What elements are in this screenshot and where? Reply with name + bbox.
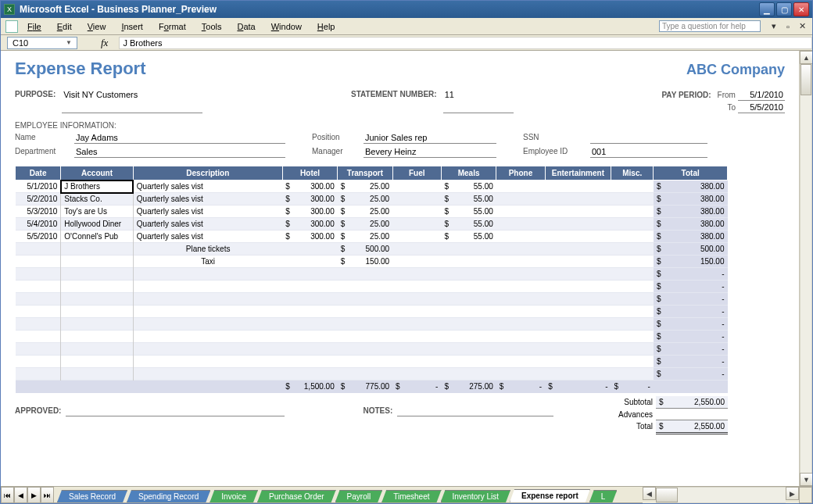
cell[interactable] <box>282 356 337 368</box>
table-row[interactable]: Taxi$150.00$150.00 <box>16 256 728 268</box>
cell[interactable] <box>496 343 545 356</box>
cell[interactable] <box>441 356 496 368</box>
cell[interactable] <box>545 181 611 193</box>
cell[interactable] <box>282 281 337 293</box>
cell[interactable] <box>16 293 61 306</box>
cell[interactable]: $300.00 <box>282 218 337 231</box>
cell[interactable] <box>441 331 496 343</box>
help-search-input[interactable]: Type a question for help <box>659 20 761 32</box>
cell[interactable] <box>16 356 61 368</box>
cell[interactable] <box>16 243 61 256</box>
cell[interactable] <box>496 281 545 293</box>
table-row[interactable]: 5/4/2010Hollywood DinerQuarterly sales v… <box>16 218 728 231</box>
sheet-tab-expense-report[interactable]: Expense report <box>510 489 590 502</box>
cell[interactable]: $300.00 <box>282 181 337 193</box>
cell[interactable]: $55.00 <box>441 193 496 206</box>
cell[interactable] <box>392 331 441 343</box>
cell[interactable]: $25.00 <box>338 193 392 206</box>
cell[interactable]: $300.00 <box>282 231 337 243</box>
cell[interactable] <box>16 281 61 293</box>
tab-nav-last[interactable]: ⏭ <box>41 487 54 503</box>
cell[interactable] <box>611 331 654 343</box>
table-row[interactable]: $- <box>16 356 728 368</box>
cell[interactable] <box>61 268 134 281</box>
cell[interactable] <box>441 306 496 318</box>
tab-nav-prev[interactable]: ◀ <box>14 487 27 503</box>
fx-icon[interactable]: fx <box>101 37 108 49</box>
name-value[interactable]: Jay Adams <box>74 133 285 144</box>
doc-minimize-button[interactable]: ▾ <box>768 21 779 32</box>
cell[interactable]: J Brothers <box>61 181 134 193</box>
expense-table[interactable]: DateAccountDescriptionHotelTransportFuel… <box>15 166 728 393</box>
sheet-tab-invoice[interactable]: Invoice <box>210 490 258 502</box>
cell[interactable] <box>611 368 654 381</box>
cell[interactable] <box>16 256 61 268</box>
cell[interactable] <box>611 256 654 268</box>
cell[interactable] <box>545 206 611 218</box>
sheet-tab-spending-record[interactable]: Spending Record <box>127 490 210 502</box>
cell[interactable]: 5/2/2010 <box>16 193 61 206</box>
cell[interactable] <box>441 293 496 306</box>
cell[interactable] <box>441 243 496 256</box>
cell[interactable] <box>133 356 282 368</box>
cell[interactable]: $300.00 <box>282 193 337 206</box>
cell[interactable] <box>441 268 496 281</box>
cell[interactable] <box>611 293 654 306</box>
table-row[interactable]: $- <box>16 331 728 343</box>
table-row[interactable]: $- <box>16 343 728 356</box>
cell[interactable]: $- <box>654 293 728 306</box>
cell[interactable] <box>441 318 496 331</box>
close-button[interactable]: ✕ <box>793 2 809 16</box>
tab-nav-first[interactable]: ⏮ <box>1 487 14 503</box>
cell[interactable] <box>545 331 611 343</box>
cell[interactable] <box>61 343 134 356</box>
cell[interactable] <box>611 231 654 243</box>
cell[interactable]: $25.00 <box>338 231 392 243</box>
cell[interactable]: 5/5/2010 <box>16 231 61 243</box>
ssn-value[interactable] <box>590 133 707 144</box>
menu-file[interactable]: File <box>21 20 48 33</box>
cell[interactable] <box>16 343 61 356</box>
cell[interactable] <box>611 306 654 318</box>
scroll-up-icon[interactable]: ▲ <box>800 51 812 64</box>
cell[interactable] <box>61 293 134 306</box>
cell[interactable] <box>338 368 392 381</box>
purpose-value[interactable]: Visit NY Customers <box>62 90 202 113</box>
hscroll-thumb[interactable] <box>656 488 678 502</box>
cell[interactable] <box>611 318 654 331</box>
cell[interactable]: Taxi <box>133 256 282 268</box>
maximize-button[interactable]: ▢ <box>776 2 792 16</box>
cell[interactable]: $300.00 <box>282 206 337 218</box>
cell[interactable] <box>496 331 545 343</box>
cell[interactable] <box>16 368 61 381</box>
cell[interactable] <box>16 331 61 343</box>
department-value[interactable]: Sales <box>74 147 285 158</box>
cell[interactable] <box>545 318 611 331</box>
minimize-button[interactable]: ▁ <box>759 2 775 16</box>
menu-tools[interactable]: Tools <box>195 20 228 33</box>
cell[interactable] <box>496 218 545 231</box>
cell[interactable] <box>338 293 392 306</box>
menu-format[interactable]: Format <box>152 20 192 33</box>
cell[interactable] <box>61 281 134 293</box>
cell[interactable] <box>496 181 545 193</box>
cell[interactable] <box>611 281 654 293</box>
cell[interactable]: $380.00 <box>654 218 728 231</box>
cell[interactable] <box>496 306 545 318</box>
cell[interactable] <box>496 293 545 306</box>
cell[interactable] <box>611 193 654 206</box>
cell[interactable] <box>282 256 337 268</box>
cell[interactable] <box>338 318 392 331</box>
cell[interactable] <box>338 281 392 293</box>
cell[interactable] <box>392 206 441 218</box>
cell[interactable] <box>61 256 134 268</box>
position-value[interactable]: Junior Sales rep <box>364 133 496 144</box>
cell[interactable] <box>392 181 441 193</box>
cell[interactable] <box>496 368 545 381</box>
cell[interactable] <box>545 293 611 306</box>
cell[interactable]: $- <box>654 343 728 356</box>
cell[interactable] <box>545 218 611 231</box>
cell[interactable]: 5/3/2010 <box>16 206 61 218</box>
cell[interactable] <box>282 368 337 381</box>
table-row[interactable]: 5/2/2010Stacks Co.Quarterly sales vist$3… <box>16 193 728 206</box>
